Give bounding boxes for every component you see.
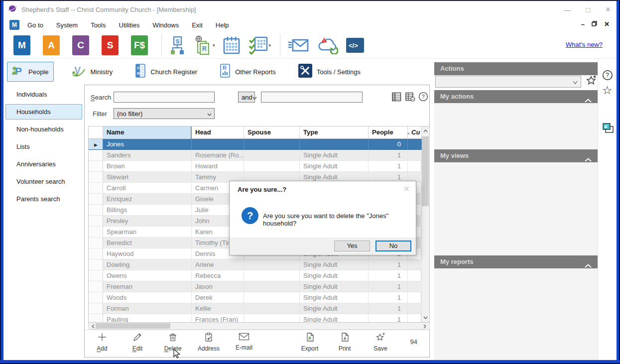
- column-header-label: Spouse: [248, 128, 271, 136]
- help-icon[interactable]: ?: [418, 92, 428, 104]
- section-header-my-views[interactable]: My views: [434, 149, 598, 162]
- send-email-icon[interactable]: [287, 38, 309, 53]
- table-row-brown[interactable]: BrownHowardSingle Adult1: [89, 161, 422, 172]
- filter-select[interactable]: (no filter): [114, 108, 215, 119]
- search-input[interactable]: [114, 92, 215, 103]
- menu-item-tools[interactable]: Tools: [91, 21, 106, 29]
- button-label: Edit: [123, 345, 152, 352]
- scheduler-icon[interactable]: S: [102, 35, 119, 55]
- mdi-minimize-button[interactable]: –: [581, 20, 585, 28]
- sidebar-item-individuals[interactable]: Individuals: [5, 87, 82, 102]
- maximize-button[interactable]: □: [586, 5, 590, 14]
- sidebar-item-parents-search[interactable]: Parents search: [5, 191, 82, 207]
- section-header-my-actions[interactable]: My actions: [434, 90, 598, 103]
- row-selector-cell: [89, 150, 103, 161]
- table-row-freeman[interactable]: FreemanJasonSingle Adult1: [89, 281, 422, 292]
- column-header-head[interactable]: Head: [192, 126, 244, 139]
- column-header-cu[interactable]: Cu: [408, 126, 422, 139]
- actions-panel: Actions My actionsMy viewsMy reports: [434, 59, 598, 360]
- svg-text:P: P: [15, 65, 22, 77]
- table-row-sanders[interactable]: SandersRosemarie (Ro...Single Adult1: [89, 150, 422, 161]
- row-selector-cell: [89, 161, 103, 172]
- minimize-button[interactable]: —: [563, 5, 571, 14]
- address-button[interactable]: Address: [194, 332, 223, 355]
- search-input-2[interactable]: [261, 92, 363, 103]
- column-header-name[interactable]: Name: [103, 126, 192, 139]
- favorites-star-icon[interactable]: ☆: [602, 85, 613, 96]
- tab-church-register[interactable]: CRChurch Register: [131, 62, 203, 82]
- help-icon[interactable]: ?: [602, 70, 613, 83]
- save-action-star-icon[interactable]: [585, 75, 597, 89]
- finance-icon[interactable]: F$: [131, 35, 148, 55]
- no-button[interactable]: No: [375, 241, 411, 251]
- menu-item-system[interactable]: System: [56, 21, 78, 29]
- attendance-icon[interactable]: A: [43, 35, 60, 55]
- table-row-forman[interactable]: FormanKellieSingle Adult1: [89, 303, 422, 314]
- horizontal-scrollbar[interactable]: [88, 323, 430, 330]
- tab-other-reports[interactable]: ROther Reports: [216, 62, 281, 82]
- cell-name: Jones: [103, 139, 192, 150]
- column-header-type[interactable]: Type: [300, 126, 369, 139]
- mdi-close-button[interactable]: ✕: [604, 20, 610, 28]
- tab-ministry[interactable]: VMinistry: [67, 62, 118, 82]
- section-header-my-reports[interactable]: My reports: [434, 255, 598, 268]
- save-button[interactable]: Save: [366, 332, 395, 355]
- horizontal-scroll-thumb[interactable]: [96, 323, 170, 329]
- menu-item-windows[interactable]: Windows: [152, 21, 179, 29]
- scroll-down-arrow[interactable]: [421, 314, 429, 322]
- tab-tools-settings[interactable]: Tools / Settings: [294, 62, 366, 82]
- menu-item-utilities[interactable]: Utilities: [119, 21, 140, 29]
- reports-globe-icon[interactable]: R ▾: [194, 35, 215, 55]
- add-button[interactable]: Add: [88, 332, 117, 355]
- column-header-spouse[interactable]: Spouse: [244, 126, 300, 139]
- grid-refresh-icon[interactable]: [405, 92, 415, 104]
- contributions-icon[interactable]: C: [72, 35, 89, 55]
- dialog-close-icon[interactable]: ✕: [403, 184, 410, 194]
- vertical-scrollbar[interactable]: [421, 126, 429, 322]
- membership-icon[interactable]: M: [13, 35, 30, 55]
- search-operator-select[interactable]: and: [238, 92, 255, 103]
- menu-item-exit[interactable]: Exit: [192, 21, 203, 29]
- e-mail-button[interactable]: E-mail: [230, 332, 258, 355]
- scroll-right-arrow[interactable]: [421, 322, 429, 330]
- mdi-restore-button[interactable]: [592, 21, 597, 27]
- actions-select[interactable]: [435, 76, 581, 88]
- calendar-icon[interactable]: [223, 36, 240, 55]
- grid-view-icon[interactable]: [392, 92, 401, 104]
- vertical-scroll-thumb[interactable]: [422, 136, 429, 206]
- menu-item-go-to[interactable]: Go to: [27, 21, 43, 29]
- right-icon-strip: ? ☆: [598, 59, 617, 360]
- cell-people: 1: [369, 259, 408, 270]
- tasks-dropdown-caret[interactable]: ▾: [269, 43, 271, 48]
- tab-people[interactable]: PPeople: [7, 62, 54, 82]
- column-header-people[interactable]: People▲: [369, 126, 408, 139]
- menu-item-help[interactable]: Help: [216, 21, 229, 29]
- cloud-sync-alert-icon[interactable]: !: [317, 36, 338, 54]
- table-row-owens[interactable]: OwensRebeccaSingle Adult1: [89, 270, 422, 281]
- table-row-woods[interactable]: WoodsDerekSingle Adult1: [89, 292, 422, 303]
- delete-button[interactable]: Delete: [158, 332, 187, 355]
- tasks-calendar-icon[interactable]: ▾: [248, 35, 271, 55]
- close-button[interactable]: ×: [605, 4, 611, 15]
- export-button[interactable]: XExport: [295, 332, 324, 355]
- table-row-pauling[interactable]: PaulingFrances (Fran)Single Adult1: [89, 314, 422, 323]
- reports-dropdown-caret[interactable]: ▾: [213, 43, 215, 48]
- table-row-jones[interactable]: ▶Jones0: [89, 139, 422, 150]
- sidebar-item-volunteer-search[interactable]: Volunteer search: [5, 174, 82, 189]
- edit-button[interactable]: Edit: [123, 332, 152, 355]
- org-chart-icon[interactable]: S: [169, 35, 186, 55]
- sidebar-item-households[interactable]: Households: [5, 104, 82, 120]
- sidebar-item-anniversaries[interactable]: Anniversaries: [5, 156, 82, 172]
- membership-module-icon: M: [9, 20, 19, 30]
- sidebar-item-non-households[interactable]: Non-households: [5, 121, 82, 137]
- whats-new-link[interactable]: What's new?: [566, 41, 603, 48]
- cell-spouse: [244, 270, 300, 281]
- sidebar-item-lists[interactable]: Lists: [5, 139, 82, 154]
- table-row-dowling[interactable]: DowlingArleneSingle Adult1: [89, 259, 422, 270]
- yes-button[interactable]: Yes: [334, 241, 370, 251]
- section-title: My views: [440, 152, 469, 159]
- print-button[interactable]: Print: [330, 332, 359, 355]
- scroll-up-arrow[interactable]: [421, 127, 429, 135]
- pop-out-panel-icon[interactable]: [602, 122, 614, 135]
- code-icon[interactable]: </>: [346, 38, 364, 53]
